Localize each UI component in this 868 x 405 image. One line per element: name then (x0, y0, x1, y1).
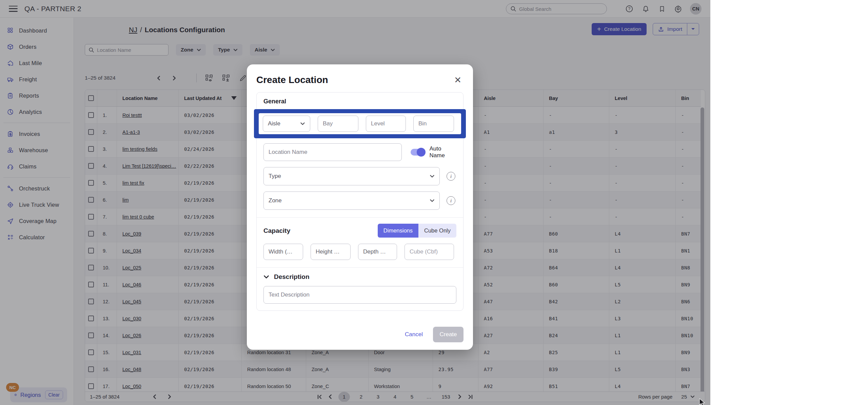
create-location-modal: Create Location ✕ General Aisle A (247, 64, 473, 350)
location-name-field[interactable] (263, 143, 402, 161)
dimensions-segment[interactable]: Dimensions (378, 224, 418, 238)
description-section-label: Description (274, 273, 310, 281)
type-select[interactable]: Type (263, 167, 440, 185)
auto-name-toggle[interactable] (411, 149, 425, 156)
bay-input[interactable] (318, 116, 358, 132)
mouse-cursor (699, 399, 707, 405)
cube-only-segment[interactable]: Cube Only (418, 224, 456, 238)
chevron-down-icon (300, 122, 305, 125)
focused-field-group: Aisle (254, 109, 466, 138)
width-input[interactable] (263, 244, 303, 260)
auto-name-label: Auto Name (430, 145, 456, 159)
text-description-input[interactable] (263, 286, 456, 304)
bin-input[interactable] (413, 116, 454, 132)
depth-input[interactable] (358, 244, 397, 260)
chevron-down-icon (430, 199, 435, 202)
zone-info-icon[interactable]: i (447, 196, 455, 205)
app-window: QA - PARTNER 2 ? CN DashboardOrdersLast … (0, 0, 710, 405)
chevron-down-icon (430, 175, 435, 178)
zone-select[interactable]: Zone (263, 191, 440, 210)
type-info-icon[interactable]: i (447, 172, 455, 181)
general-section-label: General (263, 98, 456, 105)
capacity-section-label: Capacity (263, 227, 290, 235)
height-input[interactable] (311, 244, 351, 260)
close-icon[interactable]: ✕ (452, 75, 463, 85)
create-button[interactable]: Create (433, 327, 463, 342)
collapse-chevron-icon[interactable] (263, 275, 269, 279)
modal-title: Create Location (256, 75, 328, 85)
capacity-mode-segmented: Dimensions Cube Only (378, 224, 456, 238)
cancel-button[interactable]: Cancel (405, 331, 423, 338)
level-input[interactable] (366, 116, 406, 132)
cube-input[interactable] (405, 244, 454, 260)
aisle-select[interactable]: Aisle (263, 116, 310, 132)
